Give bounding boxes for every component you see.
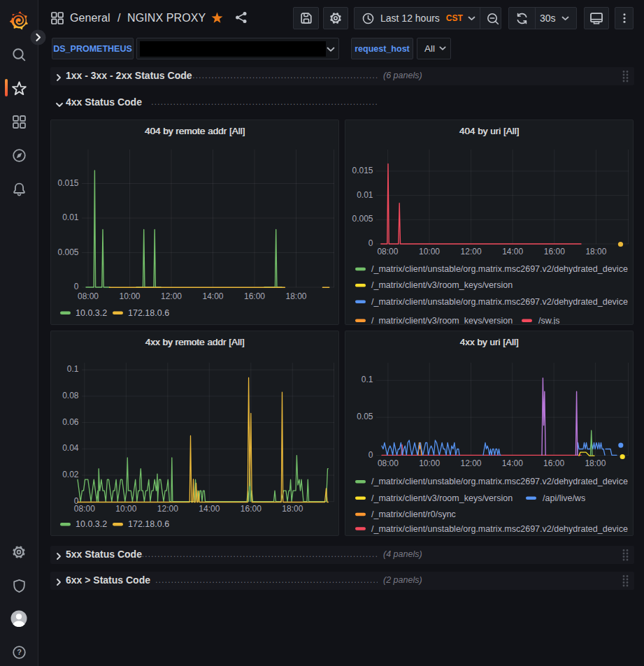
svg-text:16:00: 16:00 <box>244 291 265 301</box>
svg-text:18:00: 18:00 <box>282 504 303 514</box>
svg-text:08:00: 08:00 <box>74 504 95 514</box>
svg-text:/_matrix/client/unstable/org.m: /_matrix/client/unstable/org.matrix.msc2… <box>371 477 628 486</box>
svg-text:12:00: 12:00 <box>157 504 178 514</box>
svg-text:0.01: 0.01 <box>357 190 373 200</box>
svg-text:0.1: 0.1 <box>362 375 373 384</box>
svg-text:12:00: 12:00 <box>161 291 182 301</box>
svg-text:/_matrix/client/unstable/org.m: /_matrix/client/unstable/org.matrix.msc2… <box>371 264 628 274</box>
svg-text:172.18.0.6: 172.18.0.6 <box>128 308 169 318</box>
svg-text:0.06: 0.06 <box>62 417 79 427</box>
svg-text:08:00: 08:00 <box>78 291 99 301</box>
svg-text:0.005: 0.005 <box>57 247 78 257</box>
svg-text:08:00: 08:00 <box>378 458 399 468</box>
svg-text:16:00: 16:00 <box>543 458 564 468</box>
svg-text:0.005: 0.005 <box>352 214 373 224</box>
svg-text:172.18.0.6: 172.18.0.6 <box>128 519 169 529</box>
svg-text:0.015: 0.015 <box>57 178 78 188</box>
svg-text:/_matrix/client/r0/sync: /_matrix/client/r0/sync <box>371 509 456 519</box>
svg-text:0: 0 <box>368 238 373 248</box>
svg-text:14:00: 14:00 <box>502 247 523 256</box>
svg-text:0.01: 0.01 <box>62 212 79 222</box>
svg-text:/sw.js: /sw.js <box>538 316 560 325</box>
svg-text:0.08: 0.08 <box>62 391 79 400</box>
svg-text:14:00: 14:00 <box>502 458 523 468</box>
svg-text:10:00: 10:00 <box>115 504 136 514</box>
svg-text:/_matrix/client/unstable/org.m: /_matrix/client/unstable/org.matrix.msc2… <box>371 297 628 307</box>
svg-text:16:00: 16:00 <box>241 504 262 514</box>
svg-text:0.1: 0.1 <box>67 364 79 374</box>
svg-text:0: 0 <box>368 450 373 460</box>
svg-text:12:00: 12:00 <box>461 247 482 256</box>
svg-text:0.02: 0.02 <box>62 470 79 479</box>
svg-text:10.0.3.2: 10.0.3.2 <box>76 519 107 529</box>
svg-text:/_matrix/client/v3/room_keys/v: /_matrix/client/v3/room_keys/version <box>371 280 513 290</box>
svg-text:16:00: 16:00 <box>544 247 565 256</box>
svg-text:10.0.3.2: 10.0.3.2 <box>76 308 107 318</box>
svg-text:18:00: 18:00 <box>585 247 606 256</box>
svg-text:0.05: 0.05 <box>357 412 373 421</box>
svg-text:/api/live/ws: /api/live/ws <box>543 493 585 503</box>
svg-text:12:00: 12:00 <box>460 458 481 468</box>
svg-text:0.04: 0.04 <box>62 443 79 453</box>
svg-text:10:00: 10:00 <box>419 247 440 256</box>
svg-text:10:00: 10:00 <box>119 291 140 301</box>
svg-text:/_matrix/client/unstable/org.m: /_matrix/client/unstable/org.matrix.msc2… <box>371 524 628 534</box>
svg-text:0.015: 0.015 <box>352 166 373 175</box>
svg-text:0: 0 <box>74 282 79 291</box>
svg-text:18:00: 18:00 <box>285 291 306 301</box>
svg-text:14:00: 14:00 <box>202 291 223 301</box>
svg-text:/_matrix/client/v3/room_keys/v: /_matrix/client/v3/room_keys/version <box>371 493 513 503</box>
svg-text:?: ? <box>17 648 22 656</box>
svg-text:/_matrix/client/v3/room_keys/v: /_matrix/client/v3/room_keys/version <box>371 316 513 325</box>
svg-text:08:00: 08:00 <box>377 247 398 256</box>
svg-text:10:00: 10:00 <box>419 458 440 468</box>
svg-text:18:00: 18:00 <box>585 458 606 468</box>
svg-text:14:00: 14:00 <box>199 504 220 514</box>
